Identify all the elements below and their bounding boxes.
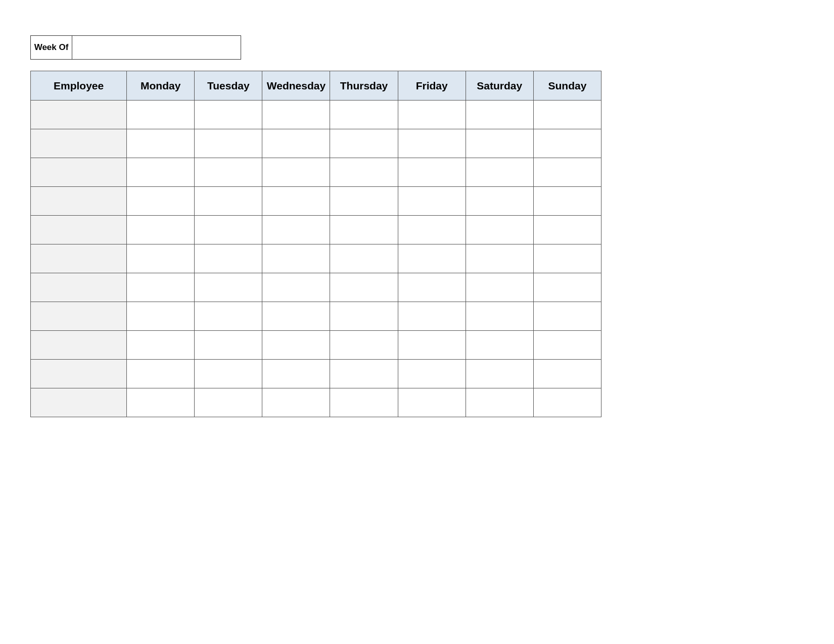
day-cell[interactable] — [195, 216, 262, 244]
day-cell[interactable] — [466, 360, 533, 388]
day-cell[interactable] — [533, 216, 601, 244]
table-row — [31, 360, 601, 388]
day-cell[interactable] — [466, 101, 533, 129]
employee-cell[interactable] — [31, 331, 127, 360]
day-cell[interactable] — [330, 187, 398, 216]
day-cell[interactable] — [262, 129, 330, 158]
employee-cell[interactable] — [31, 244, 127, 273]
day-cell[interactable] — [127, 273, 195, 302]
day-cell[interactable] — [533, 158, 601, 187]
day-cell[interactable] — [262, 360, 330, 388]
day-cell[interactable] — [330, 129, 398, 158]
employee-cell[interactable] — [31, 302, 127, 331]
day-cell[interactable] — [262, 158, 330, 187]
day-cell[interactable] — [466, 216, 533, 244]
day-cell[interactable] — [398, 273, 466, 302]
day-cell[interactable] — [330, 302, 398, 331]
table-row — [31, 244, 601, 273]
day-cell[interactable] — [262, 331, 330, 360]
day-cell[interactable] — [330, 216, 398, 244]
employee-cell[interactable] — [31, 360, 127, 388]
day-cell[interactable] — [262, 101, 330, 129]
day-cell[interactable] — [330, 101, 398, 129]
day-cell[interactable] — [127, 129, 195, 158]
table-row — [31, 273, 601, 302]
day-cell[interactable] — [466, 129, 533, 158]
day-cell[interactable] — [533, 187, 601, 216]
day-cell[interactable] — [466, 187, 533, 216]
day-cell[interactable] — [195, 158, 262, 187]
header-sunday: Sunday — [533, 71, 601, 101]
day-cell[interactable] — [195, 388, 262, 417]
day-cell[interactable] — [127, 158, 195, 187]
day-cell[interactable] — [127, 216, 195, 244]
day-cell[interactable] — [195, 360, 262, 388]
header-friday: Friday — [398, 71, 466, 101]
day-cell[interactable] — [127, 331, 195, 360]
employee-cell[interactable] — [31, 158, 127, 187]
day-cell[interactable] — [127, 101, 195, 129]
day-cell[interactable] — [195, 101, 262, 129]
day-cell[interactable] — [127, 360, 195, 388]
day-cell[interactable] — [398, 360, 466, 388]
day-cell[interactable] — [127, 244, 195, 273]
employee-cell[interactable] — [31, 101, 127, 129]
day-cell[interactable] — [330, 331, 398, 360]
day-cell[interactable] — [195, 244, 262, 273]
table-row — [31, 302, 601, 331]
day-cell[interactable] — [262, 302, 330, 331]
day-cell[interactable] — [533, 129, 601, 158]
week-of-input[interactable] — [72, 36, 241, 59]
day-cell[interactable] — [195, 129, 262, 158]
day-cell[interactable] — [330, 273, 398, 302]
day-cell[interactable] — [466, 331, 533, 360]
table-row — [31, 388, 601, 417]
header-saturday: Saturday — [466, 71, 533, 101]
day-cell[interactable] — [398, 187, 466, 216]
day-cell[interactable] — [262, 244, 330, 273]
day-cell[interactable] — [533, 388, 601, 417]
employee-cell[interactable] — [31, 273, 127, 302]
day-cell[interactable] — [127, 388, 195, 417]
day-cell[interactable] — [466, 302, 533, 331]
day-cell[interactable] — [466, 158, 533, 187]
table-row — [31, 101, 601, 129]
day-cell[interactable] — [195, 273, 262, 302]
day-cell[interactable] — [398, 244, 466, 273]
day-cell[interactable] — [533, 101, 601, 129]
employee-cell[interactable] — [31, 129, 127, 158]
day-cell[interactable] — [127, 187, 195, 216]
day-cell[interactable] — [466, 273, 533, 302]
day-cell[interactable] — [330, 158, 398, 187]
day-cell[interactable] — [195, 187, 262, 216]
day-cell[interactable] — [533, 273, 601, 302]
header-monday: Monday — [127, 71, 195, 101]
day-cell[interactable] — [127, 302, 195, 331]
day-cell[interactable] — [398, 158, 466, 187]
day-cell[interactable] — [330, 244, 398, 273]
day-cell[interactable] — [398, 216, 466, 244]
day-cell[interactable] — [533, 331, 601, 360]
day-cell[interactable] — [398, 129, 466, 158]
employee-cell[interactable] — [31, 388, 127, 417]
day-cell[interactable] — [262, 216, 330, 244]
day-cell[interactable] — [533, 302, 601, 331]
day-cell[interactable] — [262, 388, 330, 417]
header-employee: Employee — [31, 71, 127, 101]
day-cell[interactable] — [195, 302, 262, 331]
employee-cell[interactable] — [31, 187, 127, 216]
day-cell[interactable] — [398, 331, 466, 360]
day-cell[interactable] — [330, 388, 398, 417]
day-cell[interactable] — [262, 187, 330, 216]
day-cell[interactable] — [398, 302, 466, 331]
day-cell[interactable] — [195, 331, 262, 360]
day-cell[interactable] — [398, 388, 466, 417]
day-cell[interactable] — [533, 360, 601, 388]
day-cell[interactable] — [330, 360, 398, 388]
employee-cell[interactable] — [31, 216, 127, 244]
day-cell[interactable] — [466, 388, 533, 417]
day-cell[interactable] — [533, 244, 601, 273]
day-cell[interactable] — [398, 101, 466, 129]
day-cell[interactable] — [262, 273, 330, 302]
day-cell[interactable] — [466, 244, 533, 273]
